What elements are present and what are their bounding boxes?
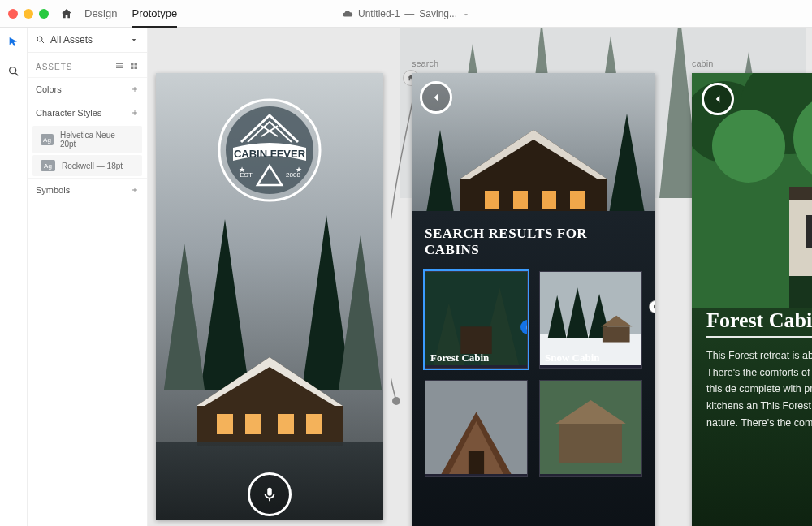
char-style-label: Helvetica Neue — 20pt <box>60 131 134 149</box>
search-tool[interactable] <box>7 65 20 81</box>
svg-point-14 <box>392 397 400 405</box>
list-view-icon[interactable] <box>114 61 124 72</box>
results-section: SEARCH RESULTS FOR CABINS Forest Cabin S… <box>412 211 655 526</box>
char-style-item[interactable]: Ag Rockwell — 18pt <box>32 155 142 176</box>
svg-text:★: ★ <box>239 166 245 174</box>
result-card-forest[interactable]: Forest Cabin <box>425 271 528 369</box>
select-tool[interactable] <box>7 36 20 52</box>
result-card-snow[interactable]: Snow Cabin <box>539 271 642 369</box>
svg-rect-41 <box>789 276 812 308</box>
close-window[interactable] <box>8 9 18 19</box>
prototype-canvas[interactable]: CABIN FEVER EST 2008 ★★ search <box>148 28 812 526</box>
char-style-item[interactable]: Ag Helvetica Neue — 20pt <box>32 126 142 153</box>
card-label: Forest Cabin <box>430 351 489 364</box>
svg-point-33 <box>712 110 785 183</box>
svg-rect-20 <box>460 326 491 354</box>
window-controls <box>8 9 49 19</box>
svg-rect-15 <box>485 191 499 209</box>
assets-header: ASSETS <box>28 53 147 77</box>
artboard-detail[interactable]: Forest Cabin This Forest retreat is abso… <box>692 73 812 526</box>
chevron-down-icon[interactable] <box>462 10 470 18</box>
svg-rect-3 <box>217 414 233 434</box>
type-swatch: Ag <box>41 134 54 145</box>
search-icon <box>36 35 45 45</box>
grid-view-icon[interactable] <box>129 61 139 72</box>
svg-rect-18 <box>570 191 585 209</box>
artboard-search[interactable]: SEARCH RESULTS FOR CABINS Forest Cabin S… <box>412 73 655 526</box>
tab-design[interactable]: Design <box>84 1 117 27</box>
section-character-styles[interactable]: Character Styles <box>28 101 147 124</box>
svg-rect-38 <box>806 215 812 248</box>
svg-point-0 <box>9 67 15 74</box>
section-symbols[interactable]: Symbols <box>28 178 147 201</box>
section-charstyles-label: Character Styles <box>36 108 102 118</box>
section-colors-label: Colors <box>36 84 62 94</box>
result-card[interactable] <box>539 380 642 477</box>
assets-search-label: All Assets <box>50 34 124 45</box>
results-grid: Forest Cabin Snow Cabin <box>425 271 642 477</box>
back-button[interactable] <box>420 81 452 114</box>
microphone-icon <box>261 485 279 503</box>
tool-strip <box>0 28 28 526</box>
mode-tabs: Design Prototype <box>84 1 177 27</box>
assets-header-label: ASSETS <box>36 63 72 71</box>
svg-rect-16 <box>513 191 528 209</box>
svg-text:CABIN FEVER: CABIN FEVER <box>234 148 306 160</box>
logo-badge: CABIN FEVER EST 2008 ★★ <box>217 97 322 203</box>
plus-icon[interactable] <box>131 85 139 93</box>
char-style-label: Rockwell — 18pt <box>62 162 123 170</box>
plus-icon[interactable] <box>131 109 139 117</box>
result-card[interactable] <box>425 380 528 477</box>
detail-text: Forest Cabin This Forest retreat is abso… <box>706 308 812 431</box>
chevron-left-icon <box>710 92 725 106</box>
artboard-label[interactable]: search <box>412 58 438 68</box>
detail-title: Forest Cabin <box>706 308 812 338</box>
assets-search[interactable]: All Assets <box>28 28 147 53</box>
doc-name: Untitled-1 <box>358 8 400 19</box>
svg-rect-25 <box>469 451 484 475</box>
mic-button[interactable] <box>248 472 292 516</box>
cabin-graphic <box>180 349 359 446</box>
assets-panel: All Assets ASSETS Colors Character Style… <box>28 28 148 526</box>
maximize-window[interactable] <box>39 9 49 19</box>
artboard-label[interactable]: cabin <box>692 58 713 68</box>
minimize-window[interactable] <box>24 9 33 19</box>
artboard-home[interactable]: CABIN FEVER EST 2008 ★★ <box>156 73 383 520</box>
section-colors[interactable]: Colors <box>28 77 147 101</box>
cloud-icon <box>342 8 353 19</box>
section-symbols-label: Symbols <box>36 185 70 195</box>
detail-body: This Forest retreat is absolu connect wi… <box>706 347 812 431</box>
back-button[interactable] <box>702 83 734 115</box>
results-title: SEARCH RESULTS FOR CABINS <box>425 226 642 258</box>
svg-text:★: ★ <box>296 166 302 174</box>
svg-rect-5 <box>278 414 294 434</box>
titlebar: Design Prototype Untitled-1 — Saving... <box>0 0 812 28</box>
plus-icon[interactable] <box>131 186 139 194</box>
type-swatch: Ag <box>41 160 55 171</box>
svg-rect-6 <box>306 414 322 434</box>
svg-rect-23 <box>603 326 630 342</box>
doc-status: Saving... <box>419 8 457 19</box>
svg-rect-4 <box>245 414 261 434</box>
svg-rect-37 <box>789 187 812 200</box>
tab-prototype[interactable]: Prototype <box>132 1 177 28</box>
document-title[interactable]: Untitled-1 — Saving... <box>342 8 470 19</box>
svg-point-1 <box>37 37 42 41</box>
doc-sep: — <box>404 8 414 19</box>
card-label: Snow Cabin <box>545 351 600 364</box>
chevron-down-icon <box>129 35 139 45</box>
home-icon[interactable] <box>60 7 73 20</box>
chevron-left-icon <box>429 90 443 105</box>
svg-rect-27 <box>559 424 622 463</box>
svg-rect-17 <box>542 191 556 209</box>
